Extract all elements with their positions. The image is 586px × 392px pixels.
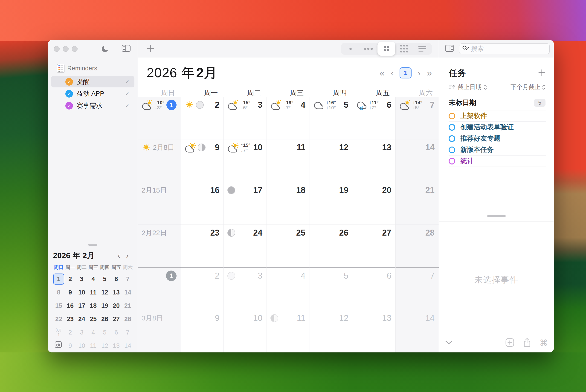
sidebar-drag-handle[interactable] — [88, 244, 97, 246]
task-row[interactable]: 新版本任务 — [449, 144, 546, 156]
mini-cal-day[interactable]: 3 — [76, 272, 88, 286]
calendar-cell[interactable]: 2月8日 — [138, 139, 181, 182]
calendar-cell[interactable]: 19 — [310, 182, 353, 224]
mini-cal-day[interactable]: 24 — [76, 312, 88, 326]
mini-calendar-prev-button[interactable]: ‹ — [115, 251, 123, 260]
calendar-cell[interactable]: 12 — [310, 310, 353, 352]
calendar-cell[interactable]: ↑16°↓10°5 — [310, 96, 353, 139]
task-row[interactable]: 统计 — [449, 156, 546, 167]
mini-cal-day[interactable]: 7 — [122, 326, 134, 339]
reminder-list-item[interactable]: ✓提醒✓ — [51, 76, 134, 88]
mini-cal-day[interactable]: 17 — [76, 299, 88, 312]
calendar-cell[interactable]: 14 — [396, 310, 439, 352]
mini-cal-day[interactable]: 13 — [111, 339, 122, 352]
window-close-button[interactable] — [54, 46, 60, 52]
nav-next-button[interactable]: › — [418, 68, 420, 78]
mini-cal-day[interactable]: 12 — [99, 339, 111, 352]
mini-cal-day[interactable]: 27 — [111, 312, 122, 326]
calendar-cell[interactable]: 2月22日 — [138, 224, 181, 267]
view-day-button[interactable] — [342, 43, 359, 55]
view-list-button[interactable] — [413, 43, 431, 55]
task-status-circle-icon[interactable] — [449, 113, 455, 120]
mini-cal-day[interactable]: 22 — [53, 312, 65, 326]
calendar-cell[interactable]: 21 — [396, 182, 439, 224]
nav-first-button[interactable]: « — [380, 68, 385, 78]
task-status-circle-icon[interactable] — [449, 124, 455, 131]
mini-cal-day[interactable]: 6 — [111, 272, 122, 286]
mini-cal-day[interactable]: 2 — [65, 272, 76, 286]
task-row[interactable]: 上架软件 — [449, 110, 546, 122]
window-zoom-button[interactable] — [72, 46, 78, 52]
calendar-cell[interactable]: ↑15°↓7°10 — [224, 139, 267, 182]
calendar-cell[interactable]: 9 — [181, 310, 224, 352]
calendar-cell[interactable]: 20 — [353, 182, 396, 224]
task-row[interactable]: 创建活动表单验证 — [449, 122, 546, 133]
calendar-cell[interactable]: 18 — [267, 182, 310, 224]
mini-cal-day[interactable]: 14 — [122, 286, 134, 299]
calendar-cell[interactable]: 11 — [267, 310, 310, 352]
calendar-cell[interactable]: 5 — [310, 267, 353, 310]
calendar-cell[interactable]: 6 — [353, 267, 396, 310]
mini-calendar-next-button[interactable]: › — [123, 251, 132, 260]
search-field[interactable] — [459, 44, 550, 54]
calendar-cell[interactable]: 26 — [310, 224, 353, 267]
mini-cal-day[interactable]: 7 — [122, 272, 134, 286]
mini-cal-day[interactable]: 11 — [88, 286, 99, 299]
calendar-cell[interactable]: 14 — [396, 139, 439, 182]
nav-today-button[interactable]: 1 — [400, 68, 411, 78]
add-attachment-icon[interactable] — [505, 338, 515, 348]
mini-cal-day[interactable]: 4 — [88, 272, 99, 286]
nav-prev-button[interactable]: ‹ — [391, 68, 393, 78]
task-row[interactable]: 推荐好友专题 — [449, 133, 546, 144]
mini-cal-day[interactable]: 14 — [122, 339, 134, 352]
calendar-cell[interactable]: 2 — [181, 267, 224, 310]
calendar-cell[interactable]: 25 — [267, 224, 310, 267]
calendar-cell[interactable]: 3 — [224, 267, 267, 310]
calendar-cell[interactable]: 24 — [224, 224, 267, 267]
mini-cal-day[interactable]: 11 — [88, 339, 99, 352]
mini-cal-day[interactable]: 13 — [111, 286, 122, 299]
calendar-cell[interactable]: 9 — [181, 139, 224, 182]
mini-cal-day[interactable]: 15 — [53, 299, 65, 312]
new-event-button[interactable] — [146, 44, 154, 53]
calendar-cell[interactable]: 28 — [396, 224, 439, 267]
mini-cal-day[interactable]: 26 — [99, 312, 111, 326]
calendar-cell[interactable]: 13 — [353, 310, 396, 352]
share-icon[interactable] — [523, 338, 531, 348]
calendar-cell[interactable]: ↑14°↓5°7 — [396, 96, 439, 139]
mini-cal-day[interactable]: 28 — [122, 312, 134, 326]
sort-range-control[interactable]: 下个月截止 — [510, 83, 545, 91]
calendar-cell[interactable]: 4 — [267, 267, 310, 310]
mini-cal-day[interactable]: 10 — [76, 339, 88, 352]
mini-cal-day[interactable]: 8 — [53, 286, 65, 299]
mini-cal-day[interactable]: 5 — [99, 272, 111, 286]
command-icon[interactable]: ⌘ — [539, 339, 548, 347]
calendar-cell[interactable]: ↑10°↓3°1 — [138, 96, 181, 139]
window-minimize-button[interactable] — [63, 46, 69, 52]
calendar-cell[interactable]: ↑11°↓7°6 — [353, 96, 396, 139]
mini-cal-day[interactable]: 9 — [65, 339, 76, 352]
calendar-cell[interactable]: 2 — [181, 96, 224, 139]
nav-last-button[interactable]: » — [427, 68, 432, 78]
calendar-cell[interactable]: 12 — [310, 139, 353, 182]
toggle-left-sidebar-icon[interactable] — [122, 44, 131, 53]
toggle-right-sidebar-icon[interactable] — [445, 44, 454, 53]
mini-cal-day[interactable]: 16 — [65, 299, 76, 312]
mini-cal-day[interactable]: 10 — [76, 286, 88, 299]
mini-cal-day[interactable]: 4 — [88, 326, 99, 339]
view-month-button[interactable] — [377, 42, 395, 56]
reminder-list-item[interactable]: ✓益动 APP✓ — [51, 88, 134, 100]
mini-cal-day[interactable]: 2 — [65, 326, 76, 339]
calendar-cell[interactable]: 16 — [181, 182, 224, 224]
add-task-button[interactable] — [538, 69, 545, 77]
calendar-cell[interactable]: 2月15日 — [138, 182, 181, 224]
dark-mode-icon[interactable] — [102, 46, 108, 52]
view-year-button[interactable] — [395, 43, 413, 55]
calendar-cell[interactable]: 7 — [396, 267, 439, 310]
calendar-cell[interactable]: 11 — [267, 139, 310, 182]
calendar-cell[interactable]: 27 — [353, 224, 396, 267]
mini-cal-day[interactable]: 5 — [99, 326, 111, 339]
reminder-list-item[interactable]: ✓赛事需求✓ — [51, 100, 134, 111]
task-status-circle-icon[interactable] — [449, 158, 455, 164]
sort-by-control[interactable]: 截止日期 — [449, 83, 487, 91]
